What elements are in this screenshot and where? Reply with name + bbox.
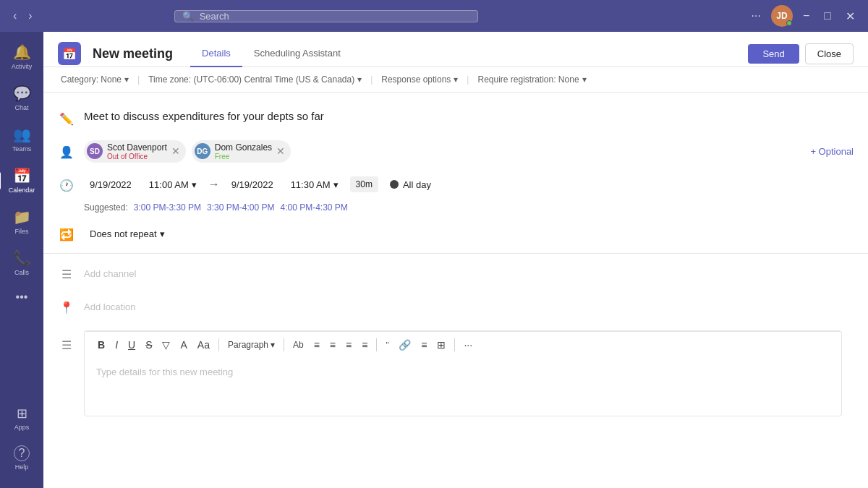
meeting-title-input[interactable] [84, 106, 854, 127]
channel-row: ☰ Add channel [43, 257, 868, 290]
channel-placeholder[interactable]: Add channel [84, 264, 854, 283]
attendee-chip-dom: DG Dom Gonzales Free ✕ [192, 140, 291, 163]
close-button[interactable]: Close [805, 43, 854, 64]
editor-toolbar: B I U S ▽ A Aa Paragraph ▾ [85, 331, 841, 358]
datetime-inputs: 9/19/2022 11:00 AM ▾ → 9/19/2022 [84, 175, 854, 194]
sidebar-label-activity: Activity [12, 63, 33, 70]
font-color-button[interactable]: A [176, 336, 191, 354]
search-bar[interactable]: 🔍 [174, 10, 478, 22]
numbered-list-button[interactable]: ≡ [357, 336, 372, 354]
timezone-selector[interactable]: Time zone: (UTC-06:00) Central Time (US … [145, 73, 365, 86]
end-date-input[interactable]: 9/19/2022 [226, 175, 279, 194]
sidebar: 🔔 Activity 💬 Chat 👥 Teams 📅 Calendar 📁 F… [0, 32, 43, 488]
paragraph-label: Paragraph [228, 340, 268, 350]
highlight-color-button[interactable]: ▽ [158, 336, 174, 354]
indent-button[interactable]: ≡ [417, 336, 431, 354]
align-left-button[interactable]: ≡ [310, 336, 324, 354]
tab-scheduling[interactable]: Scheduling Assistant [242, 40, 352, 67]
toolbar-separator-2: | [370, 74, 373, 85]
search-input[interactable] [200, 11, 470, 22]
meeting-details-editor[interactable]: Type details for this new meeting [85, 358, 841, 416]
sidebar-item-activity[interactable]: 🔔 Activity [3, 38, 41, 76]
chat-icon: 💬 [13, 85, 31, 102]
editor-row: ☰ B I U S ▽ A Aa [43, 323, 868, 424]
remove-scot-button[interactable]: ✕ [171, 146, 180, 156]
avatar-initials-scot: SD [90, 147, 100, 155]
link-button[interactable]: 🔗 [394, 336, 415, 354]
category-selector[interactable]: Category: None ▾ [58, 73, 132, 86]
avatar-scot: SD [87, 143, 103, 159]
form-body: ✏️ 👤 SD [43, 93, 868, 488]
tab-details[interactable]: Details [190, 40, 242, 67]
calendar-icon: 📅 [13, 167, 31, 184]
category-label: Category: None [61, 74, 122, 85]
strikethrough-button[interactable]: S [141, 336, 156, 354]
main-layout: 🔔 Activity 💬 Chat 👥 Teams 📅 Calendar 📁 F… [0, 32, 868, 488]
datetime-arrow: → [208, 178, 220, 191]
end-time-value: 11:30 AM [291, 179, 331, 190]
duration-badge[interactable]: 30m [350, 176, 378, 192]
more-formatting-button[interactable]: ··· [459, 336, 477, 354]
sidebar-label-files: Files [14, 228, 28, 235]
user-avatar[interactable]: JD [771, 5, 793, 27]
maximize-button[interactable]: □ [820, 7, 835, 25]
start-time-input[interactable]: 11:00 AM ▾ [143, 175, 203, 194]
toolbar-divider-1 [218, 338, 219, 351]
minimize-button[interactable]: − [799, 7, 814, 25]
apps-icon: ⊞ [17, 406, 27, 421]
repeat-chevron-icon: ▾ [160, 228, 165, 239]
clock-icon: 🕐 [55, 174, 78, 197]
response-options[interactable]: Response options ▾ [378, 73, 461, 86]
end-time-input[interactable]: 11:30 AM ▾ [285, 175, 344, 194]
nav-buttons: ‹ › [9, 7, 37, 25]
underline-button[interactable]: U [124, 336, 140, 354]
registration-chevron-icon: ▾ [582, 74, 587, 85]
registration-selector[interactable]: Require registration: None ▾ [475, 73, 589, 86]
response-label: Response options [381, 74, 451, 85]
paragraph-button[interactable]: Paragraph ▾ [224, 337, 279, 353]
italic-button[interactable]: I [111, 336, 122, 354]
attendees-list: SD Scot Davenport Out of Office ✕ [84, 140, 854, 163]
channel-icon: ☰ [55, 262, 78, 286]
suggested-time-2[interactable]: 3:30 PM-4:00 PM [207, 202, 274, 213]
sidebar-item-calls[interactable]: 📞 Calls [3, 244, 41, 282]
suggested-label: Suggested: [84, 202, 128, 213]
optional-button[interactable]: + Optional [810, 146, 854, 157]
attendee-status-scot: Out of Office [107, 153, 167, 160]
start-time-value: 11:00 AM [149, 179, 189, 190]
sidebar-item-help[interactable]: ? Help [3, 440, 41, 476]
window-close-button[interactable]: ✕ [841, 7, 859, 26]
sidebar-item-apps[interactable]: ⊞ Apps [3, 400, 41, 437]
toolbar-divider-3 [376, 338, 377, 351]
attendee-status-dom: Free [215, 153, 272, 160]
align-center-button[interactable]: ≡ [326, 336, 340, 354]
suggested-time-1[interactable]: 3:00 PM-3:30 PM [134, 202, 201, 213]
text-style-button[interactable]: Ab [289, 337, 308, 353]
sidebar-label-help: Help [15, 463, 29, 471]
suggested-time-3[interactable]: 4:00 PM-4:30 PM [280, 202, 347, 213]
online-indicator [786, 20, 792, 26]
allday-toggle[interactable]: All day [390, 179, 431, 190]
avatar-dom: DG [195, 143, 210, 159]
remove-dom-button[interactable]: ✕ [276, 146, 285, 156]
sidebar-item-teams[interactable]: 👥 Teams [3, 120, 41, 158]
suggested-row: Suggested: 3:00 PM-3:30 PM 3:30 PM-4:00 … [43, 201, 868, 217]
font-size-button[interactable]: Aa [193, 336, 214, 354]
sidebar-item-files[interactable]: 📁 Files [3, 202, 41, 241]
more-options-button[interactable]: ··· [747, 7, 765, 25]
sidebar-item-calendar[interactable]: 📅 Calendar [3, 161, 41, 200]
send-button[interactable]: Send [748, 44, 799, 64]
nav-back-button[interactable]: ‹ [9, 7, 21, 25]
quote-button[interactable]: " [381, 338, 393, 352]
repeat-selector[interactable]: Does not repeat ▾ [84, 226, 854, 242]
table-button[interactable]: ⊞ [433, 336, 450, 354]
sidebar-item-chat[interactable]: 💬 Chat [3, 79, 41, 117]
panel-title: New meeting [93, 46, 173, 61]
nav-forward-button[interactable]: › [24, 7, 36, 25]
sidebar-item-more[interactable]: ••• [3, 285, 41, 309]
bold-button[interactable]: B [93, 336, 109, 354]
activity-icon: 🔔 [13, 43, 31, 61]
start-date-input[interactable]: 9/19/2022 [84, 175, 137, 194]
location-placeholder[interactable]: Add location [84, 297, 854, 317]
bullet-list-button[interactable]: ≡ [341, 336, 356, 354]
